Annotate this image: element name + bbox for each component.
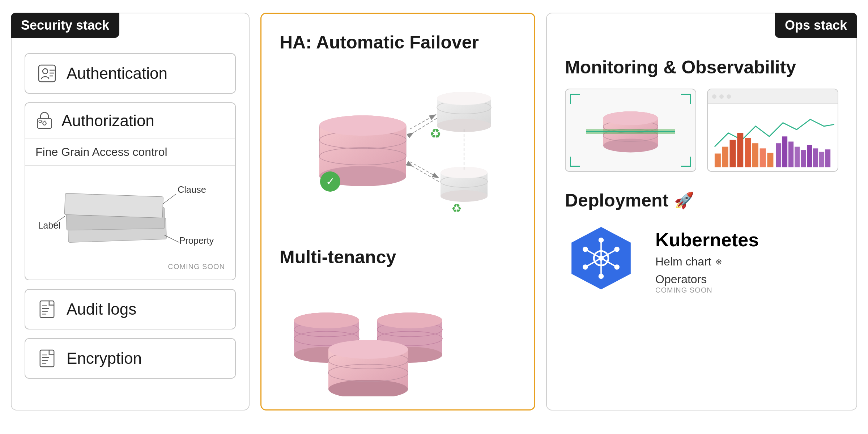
operators-row: Operators COMING SOON <box>655 273 759 294</box>
svg-rect-82 <box>752 143 758 167</box>
dot3 <box>727 94 731 99</box>
helm-row: Helm chart ⎈ <box>655 255 759 268</box>
corner-br <box>681 157 691 167</box>
document-icon <box>35 298 59 321</box>
fine-grain-row: Fine Grain Access control <box>25 139 235 166</box>
svg-point-41 <box>441 190 488 202</box>
monitoring-title: Monitoring & Observability <box>565 57 838 78</box>
svg-point-74 <box>603 111 658 125</box>
ha-svg: ✓ ♻ <box>280 66 518 232</box>
svg-point-108 <box>614 247 620 252</box>
layers-svg: Clause Label Property <box>35 173 225 260</box>
svg-point-106 <box>599 274 604 279</box>
center-panel: HA: Automatic Failover <box>260 13 535 410</box>
svg-rect-79 <box>729 140 736 167</box>
svg-line-12 <box>163 194 176 204</box>
chart-titlebar <box>708 89 838 104</box>
dot1 <box>712 94 716 99</box>
svg-rect-5 <box>38 118 52 128</box>
svg-rect-85 <box>776 143 781 167</box>
svg-rect-78 <box>722 147 728 167</box>
svg-line-47 <box>410 162 439 178</box>
svg-point-1 <box>43 69 48 74</box>
svg-point-105 <box>583 264 588 270</box>
svg-line-14 <box>165 235 179 242</box>
audit-logs-box: Audit logs <box>25 289 236 329</box>
audit-logs-label: Audit logs <box>67 300 136 318</box>
svg-point-31 <box>319 115 406 136</box>
authorization-label: Authorization <box>61 112 154 130</box>
monitoring-cards <box>565 89 838 172</box>
svg-text:Clause: Clause <box>178 184 206 195</box>
operators-label: Operators <box>655 273 707 286</box>
svg-rect-89 <box>801 150 806 167</box>
chart-monitor-card <box>707 89 838 172</box>
multi-tenancy-svg <box>280 281 518 396</box>
kubernetes-title: Kubernetes <box>655 229 759 251</box>
svg-text:***: *** <box>42 120 47 123</box>
security-stack-panel: Security stack Authentication <box>11 13 250 410</box>
ha-title: HA: Automatic Failover <box>280 32 516 53</box>
corner-tl <box>570 94 580 104</box>
svg-rect-81 <box>745 138 751 167</box>
kubernetes-hex-svg <box>565 225 637 298</box>
svg-rect-91 <box>813 148 818 167</box>
kubernetes-row: Kubernetes Helm chart ⎈ Operators COMING… <box>565 225 838 298</box>
operators-coming-soon: COMING SOON <box>655 286 712 294</box>
deployment-label: Deployment <box>565 190 668 211</box>
helm-label: Helm chart <box>655 255 711 268</box>
svg-rect-83 <box>760 148 766 167</box>
deployment-emoji: 🚀 <box>674 191 694 210</box>
svg-rect-77 <box>715 154 721 167</box>
svg-text:Property: Property <box>179 235 214 246</box>
svg-point-38 <box>437 92 491 105</box>
svg-point-68 <box>328 340 408 359</box>
svg-text:♻: ♻ <box>430 126 441 141</box>
svg-rect-19 <box>40 350 54 367</box>
dot2 <box>719 94 724 99</box>
lock-icon: *** <box>35 111 54 131</box>
multi-tenancy-section: Multi-tenancy <box>280 247 516 398</box>
svg-line-48 <box>413 166 439 182</box>
authorization-box: *** Authorization <box>25 103 235 139</box>
encryption-box: Encryption <box>25 338 236 379</box>
person-icon <box>35 62 59 85</box>
authorization-group: *** Authorization Fine Grain Access cont… <box>25 102 236 280</box>
encryption-label: Encryption <box>67 349 142 367</box>
corner-bl <box>570 157 580 167</box>
scan-svg <box>566 89 695 171</box>
svg-rect-92 <box>819 152 824 167</box>
svg-text:♻: ♻ <box>451 202 462 215</box>
svg-point-107 <box>583 247 588 252</box>
kubernetes-info: Kubernetes Helm chart ⎈ Operators COMING… <box>655 229 759 294</box>
svg-rect-90 <box>807 145 812 167</box>
svg-rect-86 <box>782 136 787 167</box>
chart-svg <box>708 104 838 172</box>
svg-point-62 <box>377 312 442 328</box>
svg-rect-93 <box>825 149 830 167</box>
fine-grain-label: Fine Grain Access control <box>35 145 167 158</box>
svg-point-71 <box>603 139 658 153</box>
svg-point-104 <box>614 264 620 270</box>
svg-rect-84 <box>767 153 773 167</box>
svg-text:Label: Label <box>38 220 60 230</box>
authentication-label: Authentication <box>67 64 167 82</box>
svg-rect-88 <box>795 147 800 167</box>
svg-rect-11 <box>64 193 163 218</box>
svg-point-103 <box>599 238 604 243</box>
svg-rect-7 <box>39 120 41 123</box>
corner-tr <box>681 94 691 104</box>
ops-stack-label: Ops stack <box>775 13 857 38</box>
helm-emoji: ⎈ <box>716 256 722 267</box>
svg-text:✓: ✓ <box>326 175 335 187</box>
deployment-title-row: Deployment 🚀 <box>565 190 838 211</box>
encryption-icon <box>35 347 59 370</box>
coming-soon-label: COMING SOON <box>35 263 225 271</box>
ha-diagram: ✓ ♻ <box>280 66 516 232</box>
svg-rect-87 <box>788 141 793 167</box>
security-stack-label: Security stack <box>11 13 119 38</box>
scan-monitor-card <box>565 89 696 172</box>
main-container: Security stack Authentication <box>11 13 857 421</box>
layers-section: Clause Label Property COMING SOON <box>25 166 235 280</box>
svg-rect-80 <box>737 133 743 167</box>
